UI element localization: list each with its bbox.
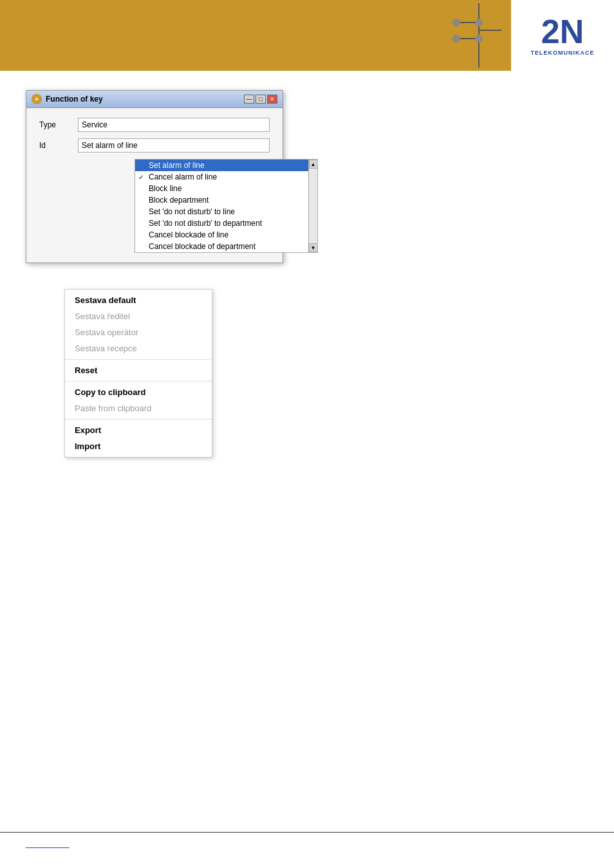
maximize-button[interactable]: □ [256, 95, 266, 104]
dropdown-item[interactable]: Block department [135, 194, 317, 206]
id-select[interactable]: Set alarm of line [78, 138, 270, 152]
dialog-window: Function of key — □ ✕ Type Service [26, 90, 283, 263]
menu-section: Reset [65, 360, 212, 382]
svg-point-5 [452, 35, 460, 42]
menu-section: ExportImport [65, 420, 212, 457]
checkmark-icon: ✓ [138, 174, 146, 181]
dropdown-item[interactable]: Set 'do not disturb' to line [135, 206, 317, 217]
dropdown-item-label: Cancel alarm of line [149, 172, 217, 181]
type-label: Type [39, 120, 78, 129]
type-row: Type Service [39, 118, 270, 132]
logo-box: 2N TELEKOMUNIKACE [511, 0, 614, 71]
main-content: Function of key — □ ✕ Type Service [0, 71, 614, 477]
menu-item[interactable]: Sestava default [65, 292, 212, 308]
menu-item: Sestava recepce [65, 340, 212, 356]
dialog-controls: — □ ✕ [244, 95, 277, 104]
dropdown-item[interactable]: ✓Cancel alarm of line [135, 171, 317, 183]
svg-point-6 [475, 35, 483, 42]
id-row: Id Set alarm of line [39, 138, 270, 152]
close-button[interactable]: ✕ [267, 95, 277, 104]
dropdown-item-label: Set alarm of line [149, 161, 205, 170]
header-banner: 2N TELEKOMUNIKACE [0, 0, 614, 71]
footer: ___________ [0, 832, 614, 849]
dropdown-item-label: Set 'do not disturb' to line [149, 207, 235, 216]
menu-item: Paste from clipboard [65, 400, 212, 416]
dropdown-item-label: Cancel blockade of line [149, 230, 228, 239]
dialog-icon [32, 94, 42, 104]
dialog-title: Function of key [46, 95, 103, 104]
minimize-button[interactable]: — [244, 95, 254, 104]
menu-section: Sestava defaultSestava ředitelSestava op… [65, 290, 212, 360]
dropdown-item[interactable]: Cancel blockade of line [135, 229, 317, 241]
context-menu: Sestava defaultSestava ředitelSestava op… [64, 289, 212, 457]
logo-subtitle: TELEKOMUNIKACE [531, 50, 595, 56]
scroll-down-button[interactable]: ▼ [309, 243, 318, 252]
scrollbar[interactable]: ▲ ▼ [308, 160, 317, 252]
id-label: Id [39, 141, 78, 150]
svg-point-3 [475, 19, 483, 26]
logo-2n: 2N [541, 15, 584, 48]
connector-graphic [443, 3, 514, 68]
dropdown-item-label: Cancel blockade of department [149, 242, 256, 251]
dropdown-item[interactable]: Set alarm of line [135, 160, 317, 171]
menu-section: Copy to clipboardPaste from clipboard [65, 382, 212, 420]
dropdown-item[interactable]: Set 'do not disturb' to department [135, 217, 317, 229]
menu-item: Sestava operátor [65, 324, 212, 340]
menu-item[interactable]: Copy to clipboard [65, 384, 212, 400]
dropdown-list[interactable]: Set alarm of line✓Cancel alarm of lineBl… [135, 159, 318, 253]
menu-item[interactable]: Import [65, 438, 212, 454]
id-select-wrapper[interactable]: Set alarm of line [78, 138, 270, 152]
scrollbar-track[interactable] [309, 169, 317, 243]
dropdown-item-label: Block line [149, 184, 181, 193]
footer-link[interactable]: ___________ [26, 840, 69, 848]
svg-point-2 [452, 19, 460, 26]
dropdown-item[interactable]: Block line [135, 183, 317, 194]
dropdown-item-label: Set 'do not disturb' to department [149, 219, 262, 228]
dialog-title-left: Function of key [32, 94, 103, 104]
type-select[interactable]: Service [78, 118, 270, 132]
dropdown-open: Set alarm of line✓Cancel alarm of lineBl… [83, 159, 266, 253]
menu-item: Sestava ředitel [65, 308, 212, 324]
dropdown-item[interactable]: Cancel blockade of department [135, 241, 317, 252]
dialog-titlebar: Function of key — □ ✕ [26, 91, 283, 108]
dropdown-item-label: Block department [149, 196, 209, 205]
scroll-up-button[interactable]: ▲ [309, 160, 318, 169]
menu-item[interactable]: Reset [65, 362, 212, 378]
type-select-wrapper[interactable]: Service [78, 118, 270, 132]
dialog-body: Type Service Id Set alarm of line [26, 108, 283, 263]
menu-item[interactable]: Export [65, 422, 212, 438]
